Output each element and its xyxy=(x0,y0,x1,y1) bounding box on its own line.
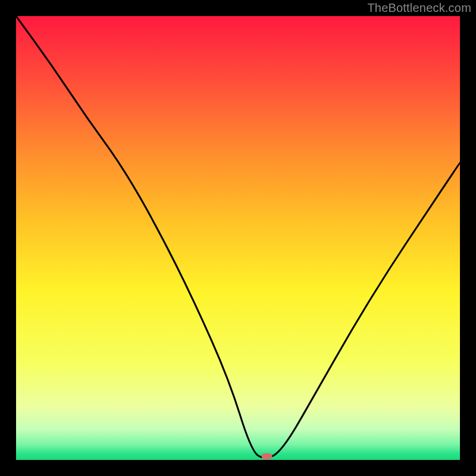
min-marker xyxy=(261,453,272,459)
chart-frame: TheBottleneck.com xyxy=(0,0,476,476)
plot-area xyxy=(16,16,460,460)
chart-svg xyxy=(16,16,460,460)
chart-background xyxy=(16,16,460,460)
watermark-label: TheBottleneck.com xyxy=(367,1,471,15)
